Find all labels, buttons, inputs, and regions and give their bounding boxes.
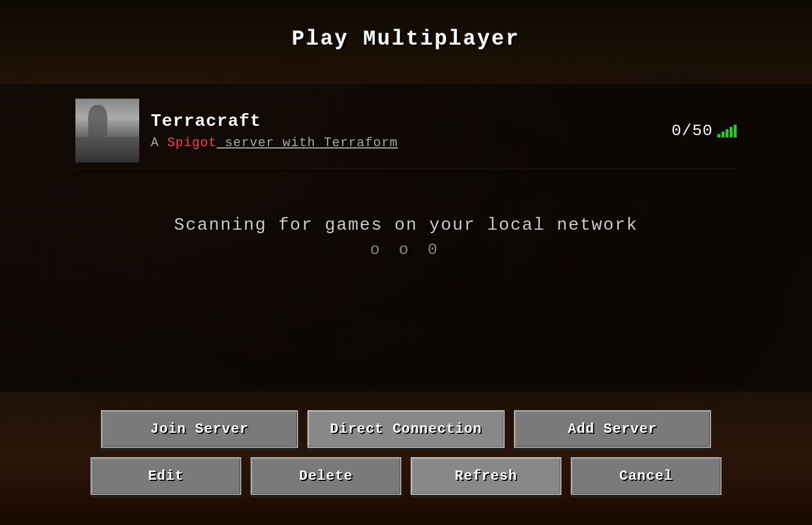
delete-button[interactable]: Delete <box>251 457 401 495</box>
refresh-button[interactable]: Refresh <box>411 457 561 495</box>
server-info: Terracraft A Spigot server with Terrafor… <box>151 111 660 150</box>
scanning-area: Scanning for games on your local network… <box>75 215 737 259</box>
join-server-button[interactable]: Join Server <box>101 410 298 448</box>
player-count: 0/50 <box>672 122 713 140</box>
server-desc-red: Spigot <box>167 136 216 150</box>
scanning-dots: o o 0 <box>370 241 442 259</box>
server-desc-prefix: A <box>151 136 167 150</box>
button-row-2: Edit Delete Refresh Cancel <box>90 457 722 495</box>
server-players: 0/50 <box>660 122 737 140</box>
bottom-panel: Join Server Direct Connection Add Server… <box>0 392 812 525</box>
signal-bars-icon <box>717 124 737 137</box>
server-entry: Terracraft A Spigot server with Terrafor… <box>75 93 737 169</box>
signal-bar-1 <box>717 134 720 137</box>
server-desc-suffix: server with Terraform <box>217 136 398 150</box>
server-name: Terracraft <box>151 111 660 131</box>
edit-button[interactable]: Edit <box>90 457 241 495</box>
page-title: Play Multiplayer <box>292 27 520 51</box>
button-row-1: Join Server Direct Connection Add Server <box>101 410 711 448</box>
server-icon-image <box>75 99 139 162</box>
signal-bar-4 <box>730 127 733 137</box>
signal-bar-3 <box>726 129 728 137</box>
server-description: A Spigot server with Terraform <box>151 136 660 150</box>
direct-connection-button[interactable]: Direct Connection <box>307 410 505 448</box>
background: Play Multiplayer Terracraft A Spigot ser… <box>0 0 812 525</box>
server-icon <box>75 99 139 162</box>
signal-bar-2 <box>722 132 724 137</box>
header-bar: Play Multiplayer <box>0 0 812 90</box>
main-content: Terracraft A Spigot server with Terrafor… <box>0 84 812 392</box>
signal-bar-5 <box>734 125 737 137</box>
add-server-button[interactable]: Add Server <box>514 410 711 448</box>
scanning-text: Scanning for games on your local network <box>174 215 638 235</box>
cancel-button[interactable]: Cancel <box>571 457 722 495</box>
